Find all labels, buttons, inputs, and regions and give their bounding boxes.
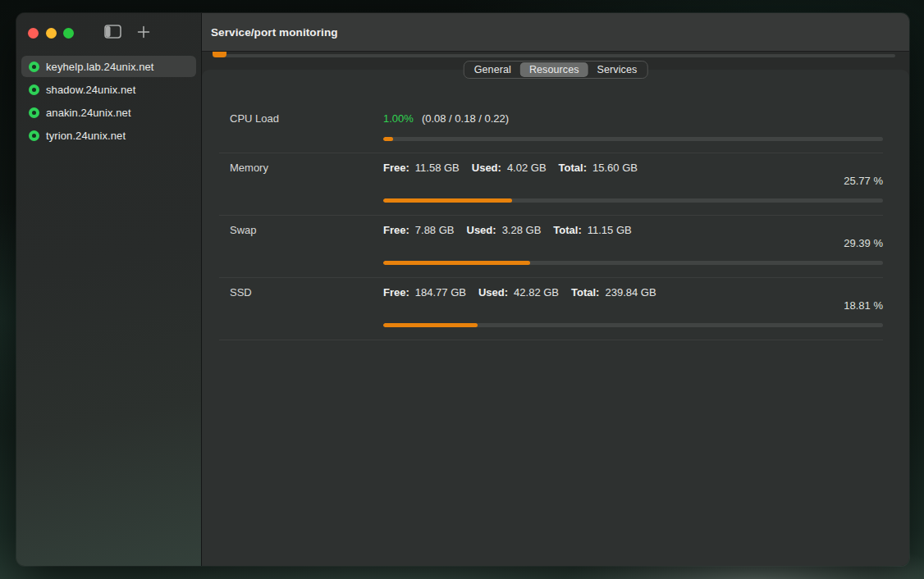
sidebar-toolbar: [16, 13, 201, 52]
clipped-progress-fill: [213, 52, 226, 57]
resource-section: SSD Free: 184.77 GB Used: 42.82 GB Total…: [202, 278, 909, 340]
detail-pane: Service/port monitoring CPU Load 1.00%: [202, 13, 909, 566]
total-value: 239.84 GB: [605, 286, 656, 299]
plus-icon: [137, 25, 150, 41]
resource-label: SSD: [230, 286, 383, 327]
window-titlebar: Service/port monitoring: [202, 13, 909, 52]
progress-fill: [383, 137, 393, 141]
resource-percent: 25.77 %: [383, 175, 883, 186]
cpu-load-value: 1.00%: [383, 112, 414, 125]
desktop-background: keyhelp.lab.24unix.net shadow.24unix.net…: [0, 0, 924, 579]
progress-fill: [383, 261, 530, 265]
total-value: 15.60 GB: [592, 162, 638, 174]
resource-progress-bar: [383, 261, 883, 265]
used-value: 4.02 GB: [507, 162, 547, 174]
minimize-button[interactable]: [46, 28, 57, 39]
cpu-load-averages: (0.08 / 0.18 / 0.22): [422, 112, 509, 125]
sidebar-server-item[interactable]: keyhelp.lab.24unix.net: [21, 56, 196, 77]
sidebar-server-item[interactable]: shadow.24unix.net: [21, 79, 196, 100]
zoom-button[interactable]: [63, 28, 74, 39]
total-value: 11.15 GB: [588, 224, 632, 236]
free-value: 7.88 GB: [415, 224, 455, 236]
server-status-icon: [29, 84, 39, 95]
window-title: Service/port monitoring: [211, 26, 338, 39]
free-value: 11.58 GB: [415, 162, 460, 174]
sidebar: keyhelp.lab.24unix.net shadow.24unix.net…: [16, 13, 202, 566]
sidebar-toggle-icon: [104, 25, 121, 41]
tab[interactable]: Resources: [520, 62, 588, 77]
free-label: Free:: [383, 162, 409, 174]
add-server-button[interactable]: [133, 21, 154, 44]
free-value: 184.77 GB: [415, 286, 466, 299]
free-label: Free:: [383, 224, 409, 236]
server-status-icon: [29, 130, 39, 141]
tab[interactable]: General: [465, 62, 520, 77]
resource-progress-bar: [383, 323, 883, 327]
progress-fill: [383, 198, 512, 203]
resource-label: Swap: [230, 224, 383, 265]
app-window: keyhelp.lab.24unix.net shadow.24unix.net…: [16, 13, 909, 566]
cpu-load-section: CPU Load 1.00% (0.08 / 0.18 / 0.22): [202, 70, 909, 153]
used-label: Used:: [478, 286, 508, 299]
total-label: Total:: [553, 224, 581, 236]
cpu-load-label: CPU Load: [230, 112, 383, 141]
server-name: anakin.24unix.net: [46, 107, 131, 119]
resource-info: Free: 11.58 GB Used: 4.02 GB Total: 15.6…: [383, 162, 883, 173]
free-label: Free:: [383, 286, 409, 299]
monitor-content: CPU Load 1.00% (0.08 / 0.18 / 0.22): [202, 52, 909, 566]
sidebar-toggle-button[interactable]: [102, 21, 125, 44]
resource-section: Memory Free: 11.58 GB Used: 4.02 GB Tota…: [202, 153, 909, 215]
used-label: Used:: [467, 224, 496, 236]
server-name: tyrion.24unix.net: [46, 130, 126, 142]
server-status-icon: [29, 107, 39, 118]
sidebar-server-item[interactable]: tyrion.24unix.net: [21, 125, 196, 146]
resource-info: Free: 7.88 GB Used: 3.28 GB Total: 11.15…: [383, 224, 883, 235]
sidebar-server-item[interactable]: anakin.24unix.net: [21, 102, 196, 123]
resource-rows: Memory Free: 11.58 GB Used: 4.02 GB Tota…: [202, 153, 909, 340]
server-name: keyhelp.lab.24unix.net: [46, 61, 154, 73]
clipped-progress-bar: [213, 54, 895, 57]
close-button[interactable]: [28, 28, 39, 39]
total-label: Total:: [559, 162, 587, 174]
used-label: Used:: [472, 162, 501, 174]
total-label: Total:: [571, 286, 599, 299]
server-status-icon: [29, 62, 39, 72]
resource-section: Swap Free: 7.88 GB Used: 3.28 GB Total: …: [202, 216, 909, 277]
used-value: 42.82 GB: [514, 286, 559, 299]
server-name: shadow.24unix.net: [46, 84, 135, 96]
section-divider: [219, 340, 883, 340]
resource-label: Memory: [230, 162, 383, 203]
server-list: keyhelp.lab.24unix.net shadow.24unix.net…: [16, 56, 201, 148]
resource-percent: 29.39 %: [383, 237, 883, 248]
resources-card: CPU Load 1.00% (0.08 / 0.18 / 0.22): [202, 70, 909, 566]
used-value: 3.28 GB: [502, 224, 542, 236]
progress-fill: [383, 323, 478, 327]
resource-percent: 18.81 %: [383, 299, 883, 311]
resource-info: Free: 184.77 GB Used: 42.82 GB Total: 23…: [383, 286, 883, 298]
resource-progress-bar: [383, 198, 883, 203]
cpu-progress-bar: [383, 137, 883, 141]
tab[interactable]: Services: [588, 62, 647, 77]
tab-bar: General Resources Services: [464, 61, 648, 79]
